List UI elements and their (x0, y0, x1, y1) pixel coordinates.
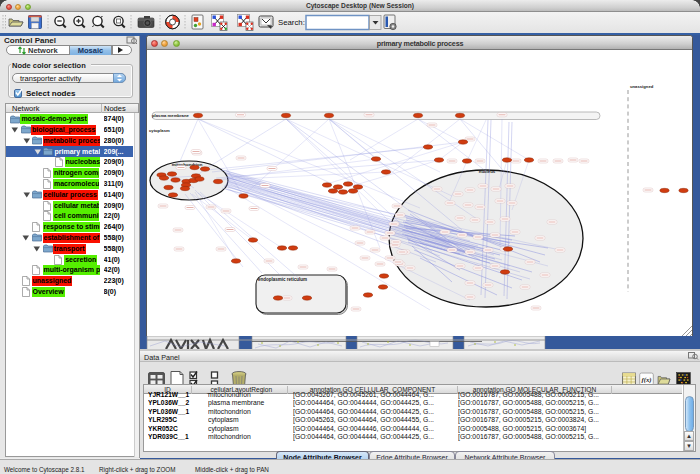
svg-text:cytoplasm: cytoplasm (149, 128, 170, 133)
svg-text:plasma membrane: plasma membrane (152, 113, 189, 118)
svg-text:endoplasmic reticulum: endoplasmic reticulum (258, 277, 307, 282)
svg-text:f(x): f(x) (641, 376, 651, 384)
svg-text:Search:: Search: (278, 18, 305, 27)
svg-text:nucleus: nucleus (479, 169, 496, 174)
svg-text:unassigned: unassigned (630, 84, 654, 89)
